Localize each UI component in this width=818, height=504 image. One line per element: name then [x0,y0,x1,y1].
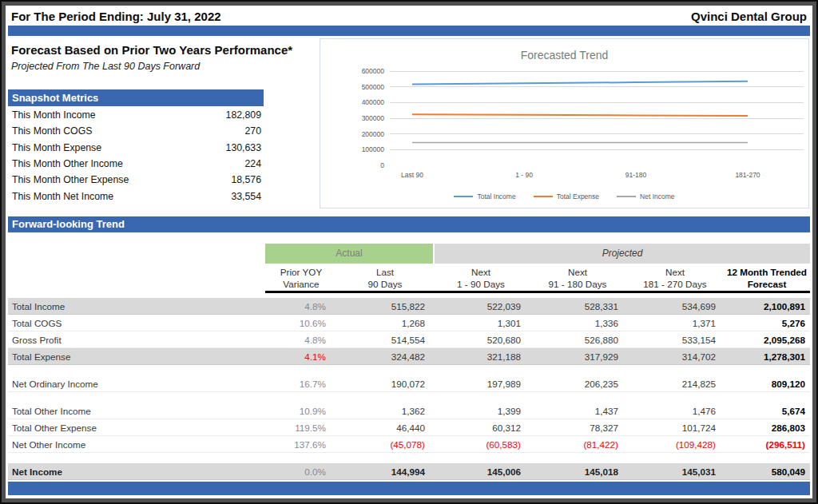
legend-label: Total Income [477,192,515,200]
row-total: 809,120 [724,379,810,389]
row-label: Net Ordinary Income [8,379,265,389]
column-header-12-month-forecast: 12 Month Trended Forecast [724,266,810,290]
row-total: (296,511) [724,439,810,450]
forecast-subtitle: Projected From The Last 90 Days Forward [11,61,200,72]
row-value: 190,072 [337,379,433,389]
bottom-divider-bar [8,482,810,495]
row-value: 1,437 [529,406,626,416]
row-value: 145,018 [529,466,626,477]
page-frame: For The Period Ending: July 31, 2022 Qvi… [0,0,818,504]
table-row-total-income: Total Income 4.8% 515,822 522,039 528,33… [8,298,810,315]
company-name: Qvinci Dental Group [691,10,807,23]
row-value: 60,312 [433,423,529,433]
column-header-empty [8,266,265,290]
chart-plot-area [390,71,804,165]
row-total: 286,803 [724,423,810,433]
chart-y-tick-label: 500000 [340,83,384,91]
column-header-prior-yoy: Prior YOY Variance [265,266,337,290]
table-row-gross-profit: Gross Profit 4.8% 514,554 520,680 526,88… [8,331,810,348]
row-value: 533,154 [626,335,724,345]
projected-band: Projected [435,244,810,264]
row-value: 46,440 [337,423,433,433]
metric-value: 33,554 [231,191,261,202]
metric-label: This Month Other Income [12,158,123,169]
row-value: 514,554 [337,335,433,345]
legend-item-net-income: Net Income [617,192,674,200]
row-value: 1,268 [337,318,433,328]
row-total: 2,100,891 [724,301,810,312]
table-band-row: Actual Projected [8,244,810,264]
period-ending-label: For The Period Ending: July 31, 2022 [11,10,221,23]
chart-x-tick-label: 1 - 90 [488,171,560,179]
row-value: 197,989 [433,379,529,389]
row-spacer [8,392,810,403]
column-header-next-1-90: Next 1 - 90 Days [433,266,529,290]
chart-y-tick-label: 100000 [340,145,384,153]
table-row-total-expense: Total Expense 4.1% 324,482 321,188 317,9… [8,348,810,365]
row-spacer [8,453,810,463]
metric-value: 270 [244,125,261,137]
chart-title: Forecasted Trend [320,49,808,62]
legend-label: Total Expense [557,192,599,200]
chart-y-tick-label: 0 [340,161,384,169]
metric-value: 18,576 [231,174,261,185]
legend-label: Net Income [640,192,674,200]
row-value: 144,994 [337,466,433,477]
chart-y-tick-label: 200000 [340,130,384,138]
chart-x-tick-label: Last 90 [376,171,448,179]
metric-value: 130,633 [226,142,261,153]
row-value: 324,482 [337,351,433,362]
snapshot-metrics-table: This Month Income 182,809 This Month COG… [8,107,264,204]
column-header-last-90: Last 90 Days [337,266,433,290]
row-value: (81,422) [529,439,626,450]
row-value: 206,235 [529,379,626,389]
row-value: 1,399 [433,406,529,416]
series-line-total-expense [412,114,748,116]
row-value: 534,699 [626,301,724,312]
row-value: 321,188 [433,351,529,362]
row-value: 314,702 [626,351,724,362]
row-label: Total COGS [8,318,265,328]
snapshot-row: This Month Other Income 224 [8,156,264,172]
row-value: 522,039 [433,301,529,312]
row-label: Net Other Income [8,439,265,450]
row-total: 2,095,268 [724,335,810,345]
table-row-net-ordinary-income: Net Ordinary Income 16.7% 190,072 197,98… [8,375,810,392]
report-page: For The Period Ending: July 31, 2022 Qvi… [6,6,812,498]
snapshot-row: This Month COGS 270 [8,123,264,139]
row-label: Net Income [8,466,265,477]
snapshot-row: This Month Net Income 33,554 [8,188,264,204]
legend-item-total-expense: Total Expense [534,192,599,200]
row-total: 580,049 [724,466,810,477]
report-header: For The Period Ending: July 31, 2022 Qvi… [11,10,807,23]
metric-label: This Month Expense [12,142,101,153]
metric-label: This Month Net Income [12,191,113,202]
row-label: Gross Profit [8,335,265,345]
chart-x-tick-label: 181-270 [712,171,784,179]
row-value: 1,301 [433,318,529,328]
row-value: 1,371 [626,318,724,328]
table-row-total-other-income: Total Other Income 10.9% 1,362 1,399 1,4… [8,403,810,419]
metric-value: 182,809 [226,109,261,121]
row-yoy-variance: 4.8% [265,301,337,312]
row-value: 515,822 [337,301,433,312]
chart-x-tick-label: 91-180 [600,171,672,179]
row-yoy-variance: 10.9% [265,406,337,416]
row-yoy-variance: 0.0% [265,466,337,477]
chart-y-tick-label: 300000 [340,114,384,122]
top-divider-bar [8,26,810,36]
row-value: 528,331 [529,301,626,312]
row-label: Total Income [8,301,265,312]
snapshot-row: This Month Income 182,809 [8,107,264,123]
row-yoy-variance: 4.8% [265,335,337,345]
actual-band: Actual [265,244,433,264]
row-yoy-variance: 4.1% [265,351,337,362]
row-value: 101,724 [626,423,724,433]
metric-label: This Month COGS [12,125,92,137]
row-value: (60,583) [433,439,529,450]
row-label: Total Other Income [8,406,265,416]
legend-line-swatch [534,196,553,197]
chart-legend: Total IncomeTotal ExpenseNet Income [320,192,808,200]
snapshot-row: This Month Expense 130,633 [8,140,264,156]
row-total: 1,278,301 [724,351,810,362]
